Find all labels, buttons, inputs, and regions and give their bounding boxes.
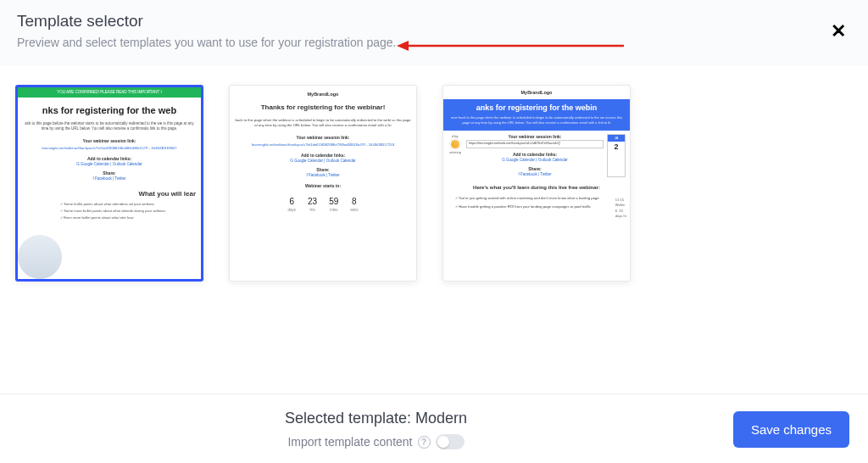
close-icon: ✕ bbox=[831, 20, 846, 42]
selected-template-label: Selected template: Modern bbox=[19, 410, 733, 427]
avatar bbox=[450, 139, 460, 149]
annotation-arrow-top bbox=[397, 39, 626, 53]
svg-marker-1 bbox=[397, 41, 409, 51]
template-card-2[interactable]: MyBrandLogo Thanks for registering for t… bbox=[229, 85, 417, 282]
import-content-label: Import template content bbox=[287, 435, 412, 449]
toggle-knob bbox=[437, 436, 449, 448]
import-content-toggle[interactable] bbox=[436, 434, 465, 449]
close-button[interactable]: ✕ bbox=[831, 20, 846, 42]
modal-header: Template selector Preview and select tem… bbox=[0, 0, 868, 66]
preview-bg-image bbox=[18, 235, 62, 279]
modal-footer: Selected template: Modern Import templat… bbox=[0, 393, 868, 463]
template-gallery: YOU ARE CONFIRMED! PLEASE READ THIS IMPO… bbox=[0, 66, 868, 300]
template-preview-3: MyBrandLogo anks for registering for the… bbox=[443, 86, 630, 211]
preview-side-panel: 11:15 Webin 6 20 days hr bbox=[615, 198, 626, 220]
template-preview-1: YOU ARE CONFIRMED! PLEASE READ THIS IMPO… bbox=[18, 87, 201, 220]
help-icon[interactable]: ? bbox=[418, 436, 431, 449]
save-button[interactable]: Save changes bbox=[733, 411, 849, 448]
template-card-3[interactable]: MyBrandLogo anks for registering for the… bbox=[442, 85, 631, 282]
import-content-row: Import template content ? bbox=[287, 434, 464, 449]
page-title: Template selector bbox=[17, 12, 851, 31]
countdown: 6days 23hrs 59mins 8secs bbox=[230, 189, 416, 220]
template-preview-2: MyBrandLogo Thanks for registering for t… bbox=[230, 86, 416, 220]
template-card-1[interactable]: YOU ARE CONFIRMED! PLEASE READ THIS IMPO… bbox=[15, 85, 203, 282]
